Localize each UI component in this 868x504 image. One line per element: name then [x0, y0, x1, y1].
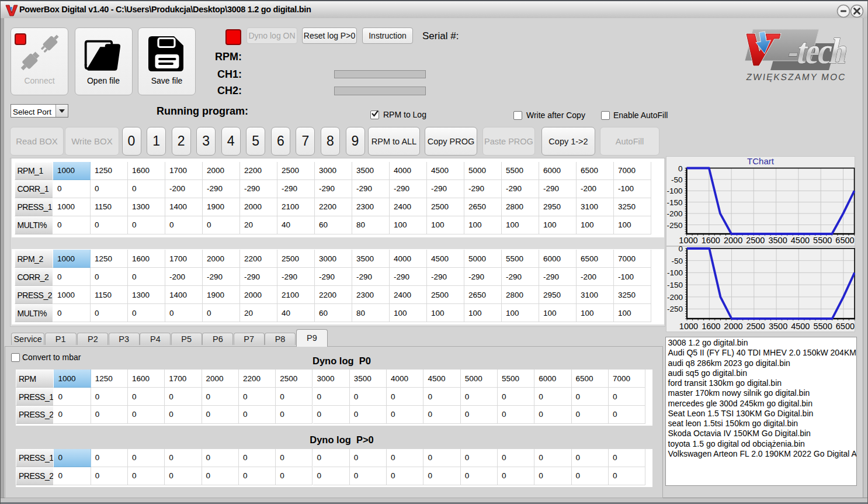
- svg-text:6500: 6500: [836, 322, 855, 331]
- svg-text:-150: -150: [667, 281, 683, 289]
- svg-text:-tech: -tech: [784, 31, 852, 71]
- svg-text:1000: 1000: [679, 236, 697, 245]
- svg-text:4500: 4500: [791, 236, 810, 245]
- svg-text:3500: 3500: [768, 236, 787, 245]
- svg-text:-50: -50: [671, 256, 683, 265]
- svg-text:-250: -250: [667, 305, 683, 313]
- svg-text:2000: 2000: [724, 236, 742, 245]
- svg-text:TChart: TChart: [747, 156, 775, 166]
- svg-text:1600: 1600: [702, 236, 720, 245]
- svg-text:5500: 5500: [813, 236, 832, 245]
- svg-text:2500: 2500: [747, 322, 765, 331]
- svg-text:0: 0: [678, 164, 683, 173]
- svg-text:-100: -100: [667, 268, 683, 277]
- svg-text:ZWIĘKSZAMY MOC: ZWIĘKSZAMY MOC: [746, 72, 847, 82]
- svg-text:6500: 6500: [835, 236, 854, 245]
- svg-text:4500: 4500: [791, 322, 810, 331]
- svg-text:-250: -250: [666, 221, 682, 230]
- svg-text:2500: 2500: [746, 236, 765, 245]
- svg-text:1000: 1000: [679, 322, 698, 331]
- svg-text:0: 0: [678, 246, 683, 253]
- svg-text:5500: 5500: [813, 322, 832, 331]
- svg-text:-200: -200: [667, 292, 683, 301]
- svg-text:-100: -100: [666, 187, 682, 195]
- svg-text:3500: 3500: [769, 322, 787, 331]
- svg-text:-150: -150: [666, 198, 682, 207]
- svg-text:2000: 2000: [724, 322, 742, 331]
- svg-text:-200: -200: [666, 209, 682, 218]
- svg-text:1600: 1600: [702, 322, 720, 331]
- svg-text:-50: -50: [671, 175, 683, 184]
